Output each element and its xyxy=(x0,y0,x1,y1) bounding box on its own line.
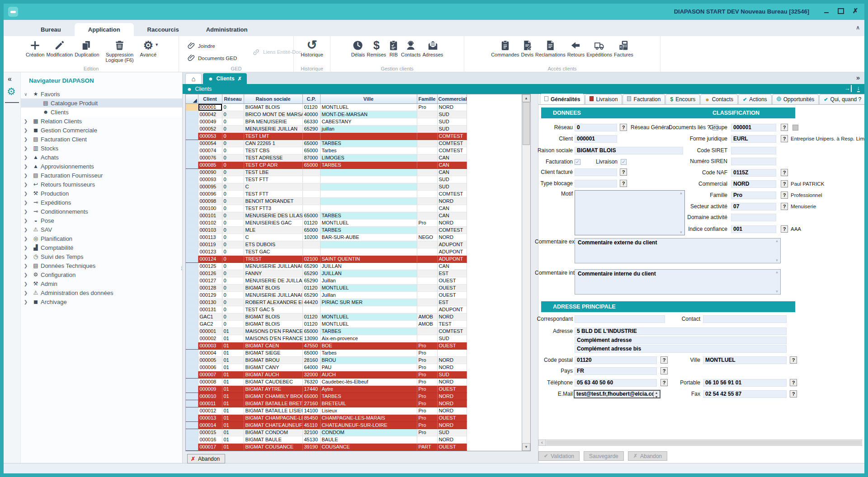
cell-famille[interactable] xyxy=(417,132,437,140)
row-selector[interactable] xyxy=(186,183,198,190)
cell-commercial[interactable]: NORD xyxy=(437,219,467,226)
cell-reseau[interactable]: 0 xyxy=(222,226,244,234)
cell-c-p[interactable] xyxy=(302,248,320,255)
cell-client[interactable]: 000049 xyxy=(198,118,222,125)
ribbon-button-joindre[interactable]: Joindre xyxy=(187,42,241,50)
cell-raison-sociale[interactable]: MAISONS D'EN FRANCE xyxy=(244,335,302,342)
cell-c-p[interactable]: 01120 xyxy=(302,103,320,111)
cell-c-p[interactable]: 65000 xyxy=(302,161,320,168)
cell-famille[interactable] xyxy=(417,277,437,284)
cell-client[interactable]: 000123 xyxy=(198,248,222,255)
cell-reseau[interactable]: 01 xyxy=(222,371,244,378)
cell-raison-sociale[interactable]: BIGMAT BLOIS xyxy=(244,284,302,291)
forme-juridique-help-button[interactable] xyxy=(781,135,788,142)
cell-c-p[interactable] xyxy=(302,197,320,205)
cell-c-p[interactable]: 45130 xyxy=(302,436,320,443)
row-selector[interactable] xyxy=(186,436,198,443)
table-row[interactable]: 00000601BIGMAT CANY64000PAUProNORD xyxy=(186,364,467,371)
pays-help-button[interactable] xyxy=(660,367,668,374)
row-selector[interactable] xyxy=(186,306,198,313)
cell-client[interactable]: 000101 xyxy=(198,212,222,219)
sidebar-item-administration-des-donnees[interactable]: ❯⚠Administration des données xyxy=(21,288,182,297)
table-row[interactable]: 0001260FANNY65290JUILLANEST xyxy=(186,270,467,277)
domaine-activite-field[interactable] xyxy=(731,214,776,221)
cell-client[interactable]: GAC2 xyxy=(198,320,222,327)
table-row[interactable]: 00000801BIGMAT CAUDEBEC76320Caudebec-lès… xyxy=(186,378,467,385)
cell-raison-sociale[interactable]: BIGMAT CANY xyxy=(244,364,302,371)
cell-reseau[interactable]: 0 xyxy=(222,270,244,277)
cell-client[interactable]: 000090 xyxy=(198,168,222,176)
row-selector[interactable] xyxy=(186,219,198,226)
ville-help-button[interactable] xyxy=(790,356,797,364)
cell-raison-sociale[interactable]: BRICO MONT DE MARSA xyxy=(244,111,302,118)
row-selector[interactable] xyxy=(186,118,198,125)
numero-siren-field[interactable] xyxy=(731,158,776,165)
cell-reseau[interactable]: 0 xyxy=(222,161,244,168)
cell-c-p[interactable]: 64000 xyxy=(302,364,320,371)
table-row[interactable]: 0000960TEST FTTCOMTEST xyxy=(186,190,467,197)
cell-client[interactable]: 000124 xyxy=(198,255,222,262)
cell-client[interactable]: 000015 xyxy=(198,429,222,436)
cell-client[interactable]: 000017 xyxy=(198,443,222,450)
table-row[interactable]: 00000501BIGMAT BROU28160BROUProNORD xyxy=(186,356,467,364)
cell-famille[interactable] xyxy=(417,183,437,190)
cell-reseau[interactable]: 0 xyxy=(222,205,244,212)
cell-client[interactable]: 000129 xyxy=(198,291,222,299)
cell-raison-sociale[interactable]: BIGMAT CHAMPAGNE-LE xyxy=(244,414,302,421)
cell-famille[interactable]: Pro xyxy=(417,429,437,436)
cell-reseau[interactable]: 0 xyxy=(222,313,244,320)
code-postal-help-button[interactable] xyxy=(660,356,668,364)
cell-raison-sociale[interactable]: MENUISERIE DE JUILLAN xyxy=(244,277,302,284)
cell-ville[interactable]: LIMOGES xyxy=(320,154,417,161)
ville-field[interactable]: MONTLUEL xyxy=(703,356,787,364)
cell-famille[interactable] xyxy=(417,226,437,234)
cell-client[interactable]: 000102 xyxy=(198,219,222,226)
cell-famille[interactable] xyxy=(417,161,437,168)
cell-ville[interactable]: TARBES xyxy=(320,327,417,335)
adresse-line2-field[interactable]: Complément adresse xyxy=(575,337,787,344)
cell-client[interactable]: 000014 xyxy=(198,421,222,429)
secteur-activite-field[interactable]: 07 xyxy=(731,203,776,210)
chevron-right-icon[interactable]: ❯ xyxy=(21,209,31,214)
commentaire-ext-textarea[interactable]: Commentaire externe du client ▲▼ xyxy=(575,238,781,263)
fax-help-button[interactable] xyxy=(790,390,797,398)
ribbon-button-suppression-logique-f6[interactable]: Suppression Logique (F6) xyxy=(100,38,139,63)
cell-ville[interactable]: Lisieux xyxy=(320,407,417,414)
cell-ville[interactable] xyxy=(320,132,417,140)
cell-commercial[interactable]: NORD xyxy=(437,400,467,407)
cell-c-p[interactable] xyxy=(302,241,320,248)
cell-c-p[interactable]: 76320 xyxy=(302,378,320,385)
cell-client[interactable]: 000042 xyxy=(198,111,222,118)
row-selector[interactable] xyxy=(186,429,198,436)
cell-reseau[interactable]: 01 xyxy=(222,421,244,429)
chevron-right-icon[interactable]: ❯ xyxy=(21,263,31,268)
table-row[interactable]: 0001230TEST GACADUPONT xyxy=(186,248,467,255)
chevron-right-icon[interactable]: ❯ xyxy=(21,191,31,196)
cell-famille[interactable]: Pro xyxy=(417,349,437,356)
cell-ville[interactable]: TARBES xyxy=(320,140,417,147)
chevron-right-icon[interactable]: ❯ xyxy=(21,281,31,286)
sauvegarde-button[interactable]: Sauvegarde xyxy=(584,451,624,461)
cell-c-p[interactable] xyxy=(302,168,320,176)
cell-c-p[interactable]: 14100 xyxy=(302,407,320,414)
table-row[interactable]: 0000540CAN 22265 165000TARBESCOMTEST xyxy=(186,140,467,147)
cell-famille[interactable]: Pro xyxy=(417,407,437,414)
row-selector[interactable] xyxy=(186,176,198,183)
cell-reseau[interactable]: 01 xyxy=(222,407,244,414)
sidebar-item-favoris[interactable]: ∨★Favoris xyxy=(21,89,182,98)
sidebar-item-retours-fournisseurs[interactable]: ❯↩Retours fournisseurs xyxy=(21,180,182,189)
cell-ville[interactable]: AUCH xyxy=(320,371,417,378)
vertical-scrollbar[interactable]: ▲ ▼ xyxy=(522,94,530,451)
table-row[interactable]: GAC20BIGMAT BLOIS01120MONTLUELAMOBTEST xyxy=(186,320,467,327)
cell-client[interactable]: GAC1 xyxy=(198,313,222,320)
cell-client[interactable]: 000011 xyxy=(198,400,222,407)
cell-client[interactable]: 000131 xyxy=(198,306,222,313)
table-row[interactable]: 0001310TEST GAC 5ADUPONT xyxy=(186,306,467,313)
ribbon-button-adresses[interactable]: Adresses xyxy=(421,38,444,57)
cell-client[interactable]: 000130 xyxy=(198,299,222,306)
sidebar-item-production[interactable]: ❯⚒Production xyxy=(21,189,182,198)
detail-tab-encours[interactable]: $Encours xyxy=(665,94,700,104)
cell-raison-sociale[interactable]: TEST LMT xyxy=(244,132,302,140)
table-row[interactable]: 0001290MENUISERIE JUILLANAIS65290Juillan… xyxy=(186,291,467,299)
cell-client[interactable]: 000009 xyxy=(198,385,222,393)
